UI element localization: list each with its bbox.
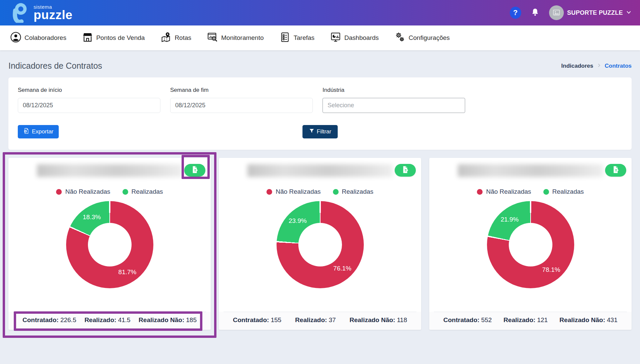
week-end-input[interactable]: [170, 98, 313, 113]
nav-label: Tarefas: [294, 34, 314, 42]
stat-contratado: Contratado:552: [443, 316, 492, 324]
donut-hole: [298, 223, 342, 266]
legend-dot-green: [543, 189, 549, 195]
storefront-icon: [82, 32, 93, 45]
filter-panel: Semana de início Semana de fim Indústria: [8, 77, 632, 150]
industry-select[interactable]: [323, 98, 465, 113]
file-export-icon: [191, 165, 199, 175]
week-start-label: Semana de início: [18, 87, 160, 94]
checklist-icon: [279, 32, 291, 45]
stat-contratado: Contratado:226.5: [22, 316, 76, 324]
card-export-button[interactable]: [605, 164, 626, 177]
help-button[interactable]: ?: [510, 7, 521, 19]
nav-item-tarefas[interactable]: Tarefas: [279, 32, 314, 45]
card-stats: Contratado:155 Realizado:37 Realizado Nã…: [219, 312, 421, 330]
legend-label-not-done: Não Realizadas: [276, 188, 321, 195]
donut-chart[interactable]: 78.1% 21.9%: [487, 201, 574, 288]
week-end-label: Semana de fim: [170, 87, 313, 94]
card-export-button[interactable]: [184, 164, 205, 177]
gears-icon: [394, 32, 406, 45]
annotation-card-highlight: Não Realizadas Realizadas 81.7% 18.3% Co…: [3, 152, 216, 338]
legend-dot-green: [122, 189, 128, 195]
nav-item-rotas[interactable]: Rotas: [160, 32, 191, 45]
nav-item-dashboards[interactable]: Dashboards: [330, 32, 379, 45]
card-title-redacted: [458, 164, 603, 177]
legend-label-done: Realizadas: [132, 188, 163, 195]
card-stats: Contratado:552 Realizado:121 Realizado N…: [429, 312, 632, 330]
person-icon: [10, 32, 21, 45]
nav-label: Configurações: [409, 34, 450, 42]
stat-realizado-nao: Realizado Não:431: [559, 316, 618, 324]
app-logo[interactable]: sistema puzzle: [9, 1, 72, 24]
filter-button-label: Filtrar: [317, 128, 331, 135]
stat-realizado: Realizado:37: [295, 316, 336, 324]
nav-label: Colaboradores: [24, 34, 66, 42]
breadcrumb: Indicadores Contratos: [561, 63, 632, 69]
stat-realizado-nao: Realizado Não:185: [139, 316, 197, 324]
nav-label: Pontos de Venda: [96, 34, 145, 42]
user-name-label: SUPORTE PUZZLE: [567, 9, 623, 16]
legend-label-not-done: Não Realizadas: [65, 188, 110, 195]
map-pin-icon: [160, 32, 171, 45]
nav-label: Monitoramento: [221, 34, 264, 42]
nav-item-monitoramento[interactable]: Monitoramento: [207, 32, 264, 45]
puzzle-logo-icon: [9, 1, 30, 24]
legend-dot-red: [56, 189, 62, 195]
nav-item-configuracoes[interactable]: Configurações: [394, 32, 450, 45]
card-title-redacted: [37, 164, 183, 177]
stat-realizado: Realizado:121: [503, 316, 548, 324]
slice-label-done: 23.9%: [289, 217, 307, 225]
chart-legend: Não Realizadas Realizadas: [8, 188, 211, 195]
user-menu[interactable]: SUPORTE PUZZLE: [549, 5, 631, 20]
stat-realizado: Realizado:41.5: [85, 316, 131, 324]
chevron-right-icon: [597, 63, 601, 69]
chart-legend: Não Realizadas Realizadas: [219, 188, 421, 195]
main-nav: Colaboradores Pontos de Venda Rotas: [0, 25, 640, 50]
export-button[interactable]: Exportar: [18, 125, 59, 138]
excel-file-icon: [23, 128, 30, 136]
donut-chart[interactable]: 76.1% 23.9%: [277, 201, 364, 288]
slice-label-not-done: 81.7%: [118, 268, 137, 276]
card-export-button[interactable]: [395, 164, 416, 177]
legend-label-not-done: Não Realizadas: [486, 188, 531, 195]
contract-card-1: Não Realizadas Realizadas 81.7% 18.3% Co…: [8, 158, 211, 330]
week-start-input[interactable]: [18, 98, 160, 113]
stat-realizado-nao: Realizado Não:118: [350, 316, 407, 324]
brand-label: puzzle: [34, 10, 72, 20]
stat-contratado: Contratado:155: [233, 316, 281, 324]
legend-dot-red: [477, 189, 483, 195]
chart-window-icon: [330, 32, 341, 45]
legend-label-done: Realizadas: [342, 188, 374, 195]
chevron-down-icon: [626, 10, 631, 16]
legend-dot-red: [266, 189, 272, 195]
window-magnifier-icon: [207, 32, 218, 45]
indicator-cards: Não Realizadas Realizadas 81.7% 18.3% Co…: [8, 158, 632, 338]
legend-dot-green: [333, 189, 339, 195]
card-title-redacted: [247, 164, 393, 177]
bell-icon: [531, 8, 540, 18]
contract-card-3: Não Realizadas Realizadas 78.1% 21.9% Co…: [429, 158, 632, 330]
export-button-label: Exportar: [32, 128, 53, 135]
funnel-icon: [309, 128, 314, 135]
filter-button[interactable]: Filtrar: [302, 125, 338, 138]
donut-hole: [509, 223, 552, 266]
breadcrumb-current[interactable]: Contratos: [605, 63, 632, 69]
nav-label: Dashboards: [344, 34, 379, 42]
card-stats: Contratado:226.5 Realizado:41.5 Realizad…: [8, 312, 211, 330]
nav-item-colaboradores[interactable]: Colaboradores: [10, 32, 66, 45]
slice-label-done: 21.9%: [501, 216, 519, 223]
chart-legend: Não Realizadas Realizadas: [429, 188, 632, 195]
notifications-button[interactable]: [531, 8, 540, 18]
contract-card-2: Não Realizadas Realizadas 76.1% 23.9% Co…: [219, 158, 421, 330]
app-header: sistema puzzle ? SUPORTE PUZZLE: [0, 0, 640, 25]
file-export-icon: [611, 165, 620, 175]
breadcrumb-parent[interactable]: Indicadores: [561, 63, 593, 69]
file-export-icon: [401, 165, 410, 175]
page-content: Indicadores de Contratos Indicadores Con…: [0, 61, 640, 338]
page-title: Indicadores de Contratos: [8, 61, 102, 71]
nav-label: Rotas: [175, 34, 191, 42]
avatar: [549, 5, 564, 20]
donut-chart[interactable]: 81.7% 18.3%: [66, 201, 153, 288]
nav-item-pontos-de-venda[interactable]: Pontos de Venda: [82, 32, 145, 45]
slice-label-done: 18.3%: [83, 214, 101, 221]
